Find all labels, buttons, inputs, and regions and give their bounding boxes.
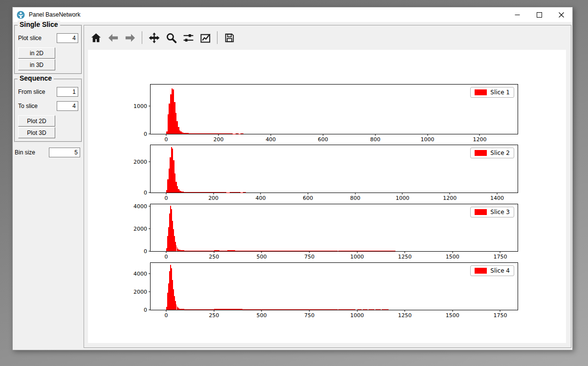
legend: Slice 3	[470, 207, 514, 217]
hist-bar	[213, 133, 221, 134]
x-tick-mark	[402, 193, 403, 194]
hist-bar	[261, 309, 281, 310]
y-tick-label: 0	[144, 248, 147, 255]
toolbar-separator	[217, 31, 218, 44]
hist-bar	[374, 251, 382, 251]
x-tick-mark	[479, 134, 480, 136]
y-tick-mark	[149, 274, 151, 274]
x-tick-label: 1750	[493, 312, 507, 319]
x-tick-label: 1000	[350, 254, 364, 260]
hist-bar	[223, 192, 226, 193]
x-tick-label: 0	[165, 254, 168, 260]
x-tick-label: 400	[256, 195, 266, 201]
hist-bar	[199, 133, 205, 134]
zoom-button[interactable]	[164, 31, 178, 44]
y-tick-mark	[149, 162, 151, 162]
x-tick-label: 1200	[443, 195, 457, 201]
hist-bar	[195, 309, 205, 310]
legend-label: Slice 2	[490, 150, 510, 156]
x-tick-mark	[270, 134, 271, 136]
hist-bar	[390, 251, 395, 251]
legend-label: Slice 4	[490, 267, 510, 274]
hist-bar	[227, 309, 235, 310]
hist-bar	[338, 251, 349, 251]
x-tick-mark	[166, 193, 166, 194]
sequence-title: Sequence	[18, 74, 54, 82]
plot-3d-button[interactable]: Plot 3D	[18, 127, 55, 138]
edit-plot-icon	[199, 32, 212, 44]
hist-bar	[319, 309, 338, 310]
x-tick-mark	[308, 193, 308, 194]
bin-size-input[interactable]	[49, 148, 80, 157]
pan-icon	[148, 32, 160, 44]
x-tick-mark	[500, 251, 501, 253]
plot-slice-label: Plot slice	[18, 35, 42, 42]
hist-bar	[194, 133, 199, 134]
plot-slice-input[interactable]	[57, 33, 78, 43]
hist-bar	[186, 309, 195, 310]
hist-bar	[215, 192, 218, 193]
x-tick-label: 1250	[398, 312, 412, 319]
x-tick-label: 1000	[395, 195, 409, 201]
y-tick-label: 0	[144, 131, 147, 137]
x-tick-label: 750	[304, 254, 314, 260]
hist-bar	[382, 309, 389, 310]
window-controls	[506, 7, 572, 22]
home-button[interactable]	[89, 31, 103, 44]
subplot-1: 02004006008001000120001000Slice 1	[150, 84, 518, 134]
x-tick-label: 1000	[421, 136, 435, 143]
save-button[interactable]	[222, 31, 236, 44]
in-2d-button[interactable]: in 2D	[18, 47, 55, 59]
hist-bar	[369, 309, 374, 310]
x-tick-mark	[497, 193, 497, 194]
subplots-button[interactable]	[181, 31, 195, 44]
minimize-button[interactable]	[506, 7, 528, 22]
y-tick-mark	[149, 292, 151, 292]
legend-label: Slice 3	[490, 209, 510, 215]
x-tick-mark	[427, 134, 428, 136]
hist-bar	[361, 251, 369, 251]
x-tick-mark	[405, 310, 405, 312]
close-button[interactable]	[550, 7, 572, 22]
x-tick-label: 1250	[398, 254, 412, 260]
hist-bar	[375, 309, 381, 310]
app-window: Panel BaseNetwork Single Sli	[12, 7, 573, 350]
x-tick-mark	[261, 310, 262, 312]
hist-bar	[210, 192, 215, 193]
hist-bar	[363, 309, 368, 310]
hist-bar	[214, 250, 220, 251]
legend-label: Slice 1	[490, 89, 510, 96]
x-tick-label: 1200	[473, 136, 486, 143]
x-tick-label: 0	[165, 312, 168, 319]
pan-button[interactable]	[147, 31, 161, 44]
x-tick-label: 1500	[446, 312, 459, 319]
plot-2d-button[interactable]: Plot 2D	[18, 115, 55, 127]
in-3d-button[interactable]: in 3D	[18, 59, 55, 70]
x-tick-mark	[166, 310, 167, 312]
x-tick-label: 400	[265, 136, 276, 143]
title-bar[interactable]: Panel BaseNetwork	[13, 7, 572, 22]
forward-button[interactable]	[123, 31, 137, 44]
hist-bar	[197, 192, 204, 193]
hist-bar	[229, 133, 233, 134]
maximize-icon	[537, 12, 542, 18]
hist-bar	[235, 251, 246, 251]
y-tick-mark	[149, 106, 151, 107]
back-button[interactable]	[106, 31, 120, 44]
x-tick-label: 1500	[446, 254, 459, 260]
legend: Slice 2	[470, 148, 514, 158]
y-tick-label: 2000	[133, 226, 147, 232]
y-tick-mark	[149, 310, 151, 310]
x-tick-label: 750	[304, 312, 314, 319]
x-tick-label: 200	[208, 195, 218, 201]
hist-bar	[382, 251, 390, 251]
from-slice-input[interactable]	[57, 87, 78, 97]
legend-swatch	[475, 150, 487, 156]
x-tick-mark	[355, 193, 355, 194]
hist-bar	[218, 192, 223, 193]
to-slice-input[interactable]	[57, 101, 78, 111]
y-tick-label: 0	[144, 307, 147, 313]
x-tick-mark	[450, 193, 450, 194]
customize-button[interactable]	[198, 31, 212, 44]
maximize-button[interactable]	[528, 7, 550, 22]
